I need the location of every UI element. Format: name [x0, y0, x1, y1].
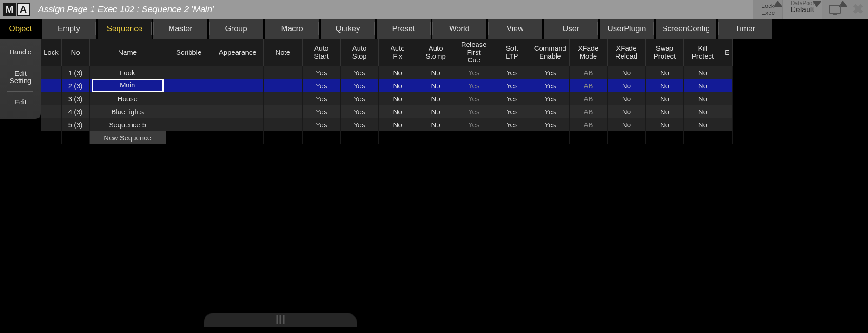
table-cell[interactable]: No [607, 105, 645, 118]
table-cell[interactable]: 4 (3) [61, 105, 89, 118]
sidebar-item-edit[interactable]: Edit [0, 92, 41, 113]
table-cell[interactable] [722, 105, 732, 118]
table-cell[interactable]: 2 (3) [61, 79, 89, 92]
table-cell[interactable]: 3 (3) [61, 92, 89, 105]
col-header[interactable]: E [722, 39, 732, 66]
table-cell[interactable] [166, 131, 212, 144]
table-cell[interactable]: Yes [340, 66, 378, 79]
col-header[interactable]: Release FirstCue [455, 39, 493, 66]
table-cell[interactable]: Yes [493, 66, 531, 79]
table-cell[interactable]: New Sequence [89, 131, 166, 144]
table-cell[interactable]: No [378, 79, 417, 92]
table-cell[interactable] [531, 131, 569, 144]
table-cell[interactable]: Yes [455, 92, 493, 105]
table-cell[interactable] [166, 66, 212, 79]
close-button[interactable]: ✖ [848, 0, 868, 19]
tab-screenconfig[interactable]: ScreenConfig [656, 19, 716, 39]
table-row[interactable]: 1 (3)LookYesYesNoNoYesYesYesABNoNoNo [41, 66, 732, 79]
tab-world[interactable]: World [432, 19, 486, 39]
table-cell[interactable]: Yes [493, 79, 531, 92]
col-header[interactable]: XFadeReload [607, 39, 645, 66]
table-cell[interactable] [302, 131, 340, 144]
table-cell[interactable]: Yes [493, 92, 531, 105]
col-header[interactable]: SwapProtect [645, 39, 683, 66]
table-row[interactable]: 2 (3)MainYesYesNoNoYesYesYesABNoNoNo [41, 79, 732, 92]
tab-master[interactable]: Master [153, 19, 207, 39]
table-cell[interactable] [212, 118, 263, 131]
table-cell[interactable]: Sequence 5 [89, 118, 166, 131]
bottom-slider[interactable] [204, 313, 357, 327]
tab-timer[interactable]: Timer [718, 19, 772, 39]
table-cell[interactable]: No [645, 79, 683, 92]
table-cell[interactable]: Yes [531, 92, 569, 105]
col-header[interactable]: KillProtect [683, 39, 722, 66]
table-cell[interactable] [212, 66, 263, 79]
table-cell[interactable] [569, 131, 607, 144]
col-header[interactable]: Appearance [212, 39, 263, 66]
sidebar-top-label[interactable]: Object [0, 19, 41, 39]
table-cell[interactable]: Yes [302, 66, 340, 79]
table-cell[interactable] [263, 66, 302, 79]
table-cell[interactable] [645, 131, 683, 144]
table-cell[interactable]: 1 (3) [61, 66, 89, 79]
table-cell[interactable]: AB [569, 66, 607, 79]
table-cell[interactable] [683, 131, 722, 144]
table-cell[interactable] [166, 79, 212, 92]
table-cell[interactable] [166, 118, 212, 131]
col-header[interactable]: No [61, 39, 89, 66]
sidebar-item-edit-setting[interactable]: EditSetting [0, 63, 41, 91]
table-cell[interactable] [263, 79, 302, 92]
table-cell[interactable]: No [417, 105, 455, 118]
table-cell[interactable]: No [683, 66, 722, 79]
table-cell[interactable]: No [417, 79, 455, 92]
tab-user[interactable]: User [544, 19, 598, 39]
table-cell[interactable]: 5 (3) [61, 118, 89, 131]
table-cell[interactable] [607, 131, 645, 144]
table-cell[interactable]: AB [569, 92, 607, 105]
table-cell[interactable] [212, 131, 263, 144]
monitor-button[interactable] [822, 0, 848, 19]
table-cell[interactable]: Yes [531, 118, 569, 131]
table-cell[interactable]: No [378, 118, 417, 131]
col-header[interactable]: XFadeMode [569, 39, 607, 66]
col-header[interactable]: Lock [41, 39, 61, 66]
tab-group[interactable]: Group [209, 19, 263, 39]
table-cell[interactable] [212, 105, 263, 118]
table-row[interactable]: 5 (3)Sequence 5YesYesNoNoYesYesYesABNoNo… [41, 118, 732, 131]
table-cell[interactable]: No [607, 118, 645, 131]
tab-empty[interactable]: Empty [42, 19, 96, 39]
table-cell[interactable]: Yes [493, 118, 531, 131]
table-cell[interactable] [212, 92, 263, 105]
table-cell[interactable]: No [683, 118, 722, 131]
table-cell[interactable]: AB [569, 118, 607, 131]
table-cell[interactable]: BlueLights [89, 105, 166, 118]
table-cell[interactable]: Main [89, 79, 166, 92]
table-cell[interactable]: No [417, 66, 455, 79]
col-header[interactable]: AutoFix [378, 39, 417, 66]
datapool-button[interactable]: DataPool Default [782, 0, 822, 19]
table-cell[interactable]: No [683, 105, 722, 118]
table-cell[interactable]: No [378, 66, 417, 79]
table-cell[interactable]: AB [569, 79, 607, 92]
table-cell[interactable]: Yes [493, 105, 531, 118]
table-cell[interactable]: Yes [455, 105, 493, 118]
table-cell[interactable]: No [378, 92, 417, 105]
table-cell[interactable]: No [607, 66, 645, 79]
tab-preset[interactable]: Preset [377, 19, 431, 39]
col-header[interactable]: SoftLTP [493, 39, 531, 66]
table-cell[interactable] [455, 131, 493, 144]
table-cell[interactable] [493, 131, 531, 144]
table-cell[interactable]: No [645, 92, 683, 105]
table-cell[interactable]: Yes [340, 105, 378, 118]
table-cell[interactable] [41, 118, 61, 131]
table-cell[interactable] [41, 79, 61, 92]
table-cell[interactable] [722, 92, 732, 105]
table-cell[interactable] [722, 66, 732, 79]
col-header[interactable]: Note [263, 39, 302, 66]
col-header[interactable]: Name [89, 39, 166, 66]
table-cell[interactable]: House [89, 92, 166, 105]
table-cell[interactable]: Yes [302, 118, 340, 131]
table-cell[interactable]: No [378, 105, 417, 118]
table-cell[interactable]: Yes [302, 92, 340, 105]
table-cell[interactable]: Yes [531, 105, 569, 118]
